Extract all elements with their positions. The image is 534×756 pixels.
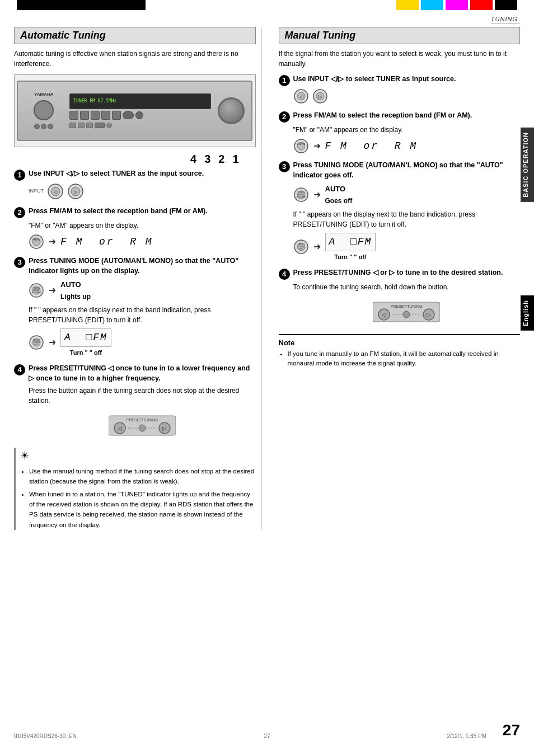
right-fmam-icon: FM/AM (293, 138, 309, 154)
fmam-icon: FM/AM (29, 234, 44, 250)
right-step-4-header: 4 Press PRESET/TUNING ◁ or ▷ to tune in … (279, 268, 521, 280)
note-box: Note If you tune in manually to an FM st… (279, 334, 521, 369)
preset-tuning-icon-left: PRESET /TUNING EDIT (29, 335, 44, 350)
tuning-label: TUNING (491, 16, 520, 24)
columns-container: Automatic Tuning Automatic tuning is eff… (14, 27, 520, 530)
basic-operation-sidebar: BASIC OPERATION (521, 128, 534, 202)
left-step-1-header: 1 Use INPUT ◁/▷ to select TUNER as the i… (14, 169, 256, 181)
color-cyan (421, 0, 443, 10)
right-step-3-header: 3 Press TUNING MODE (AUTO/MAN'L MONO) so… (279, 161, 521, 180)
right-step-num-3: 3 (279, 161, 290, 172)
device-num-1: 1 (232, 153, 238, 166)
left-step-3-header: 3 Press TUNING MODE (AUTO/MAN'L MONO) so… (14, 256, 256, 276)
left-band-display: A □FM (64, 332, 107, 343)
svg-point-53 (403, 311, 410, 318)
svg-text:PRESET/TUNING: PRESET/TUNING (391, 304, 423, 308)
right-step-2-desc: "FM" or "AM" appears on the display. (293, 125, 521, 135)
color-block-right (396, 0, 517, 10)
english-sidebar: English (521, 295, 534, 331)
page-number: 27 (503, 721, 520, 739)
receiver-device: YAMAHA TUNER FM 87.5MHz (17, 81, 252, 142)
ctrl-btn-3 (91, 111, 100, 120)
arrow-icon-2: ➜ (49, 284, 56, 297)
svg-text:▷: ▷ (162, 425, 167, 431)
svg-text:FM/AM: FM/AM (32, 238, 41, 241)
auto-text: AUTO (60, 279, 91, 290)
preset-tuning-large-icon: PRESET/TUNING ◁ ▷ (109, 410, 176, 441)
right-section-desc: If the signal from the station you want … (279, 49, 521, 69)
svg-text:▷: ▷ (318, 94, 322, 100)
note-title: Note (279, 339, 521, 347)
left-step-3-icons: TUNING MODE AUTO/MAN ➜ AUTO Lights up (29, 279, 256, 302)
left-section-title: Automatic Tuning (14, 27, 256, 44)
color-magenta (446, 0, 468, 10)
left-preset-tuning-img-wrapper: PRESET/TUNING ◁ ▷ (29, 410, 256, 441)
step-num-1: 1 (14, 170, 25, 181)
left-step-2: 2 Press FM/AM to select the reception ba… (14, 206, 256, 250)
device-image: YAMAHA TUNER FM 87.5MHz (14, 74, 256, 147)
left-step-4-desc: Press the button again if the tuning sea… (29, 386, 256, 406)
left-step-1-icons: INPUT ◁ ▷ (29, 183, 256, 200)
tips-icon: ☀ (20, 448, 256, 464)
color-black (495, 0, 517, 10)
svg-text:◁: ◁ (299, 94, 303, 100)
color-red (470, 0, 493, 10)
footer-left: 0105V420RDS26-30_EN (14, 733, 77, 739)
footer-right-time: 2/12/1, 1:35 PM (447, 733, 486, 739)
left-step-3-text: Press TUNING MODE (AUTO/MAN'L MONO) so t… (29, 256, 256, 276)
footer-center: 27 (264, 733, 270, 739)
right-step-1-text: Use INPUT ◁/▷ to select TUNER as input s… (293, 74, 456, 84)
right-step-2-body: "FM" or "AM" appears on the display. FM/… (293, 125, 521, 154)
color-yellow (396, 0, 419, 10)
svg-text:PRESET/TUNING: PRESET/TUNING (126, 418, 158, 422)
left-step-2-header: 2 Press FM/AM to select the reception ba… (14, 206, 256, 218)
right-step-3: 3 Press TUNING MODE (AUTO/MAN'L MONO) so… (279, 161, 521, 261)
goes-off-text: Goes off (325, 196, 353, 206)
lights-up-text: Lights up (60, 292, 91, 302)
right-arrow-icon-2: ➜ (313, 188, 321, 201)
input-label: INPUT (29, 187, 44, 195)
right-auto-text: AUTO (325, 184, 353, 195)
receiver-left: YAMAHA (21, 92, 66, 129)
right-input-icon-2: ▷ (312, 88, 328, 104)
left-step-4-text: Press PRESET/TUNING ◁ once to tune in to… (29, 364, 256, 383)
tip-1: Use the manual tuning method if the tuni… (29, 466, 256, 487)
right-step-2-text: Press FM/AM to select the reception band… (293, 111, 472, 121)
step-num-3: 3 (14, 257, 25, 268)
left-step-4: 4 Press PRESET/TUNING ◁ once to tune in … (14, 364, 256, 441)
power-button (34, 100, 54, 120)
left-step-3-body: TUNING MODE AUTO/MAN ➜ AUTO Lights up If… (29, 279, 256, 357)
receiver-right (214, 97, 248, 124)
page-wrapper: TUNING Automatic Tuning Automatic tuning… (14, 16, 520, 739)
left-step-2-text: Press FM/AM to select the reception band… (29, 206, 208, 217)
right-step-4-text: Press PRESET/TUNING ◁ or ▷ to tune in to… (293, 268, 503, 278)
right-fm-display-block: A □FM Turn " " off (325, 233, 376, 262)
left-turn-off-label: Turn " " off (60, 348, 111, 358)
svg-point-26 (139, 425, 146, 431)
svg-text:EDIT: EDIT (35, 344, 39, 346)
svg-text:EDIT: EDIT (299, 248, 303, 250)
right-step-2-icons: FM/AM ➜ F M or R M (293, 138, 521, 154)
color-block-left (17, 0, 146, 10)
right-step-1-header: 1 Use INPUT ◁/▷ to select TUNER as input… (279, 74, 521, 86)
right-arrow-icon-1: ➜ (313, 139, 321, 153)
auto-indicator-block: AUTO Lights up (60, 279, 91, 302)
left-step-2-icons: FM/AM ➜ F M or R M (29, 234, 256, 250)
right-tuning-mode-icon: TUNING MODE AUTO/MAN (293, 187, 309, 203)
svg-text:◁: ◁ (54, 190, 58, 195)
receiver-display: TUNER FM 87.5MHz (69, 93, 211, 109)
device-numbers: 4 3 2 1 (14, 153, 256, 166)
svg-text:▷: ▷ (74, 190, 78, 195)
left-step-3: 3 Press TUNING MODE (AUTO/MAN'L MONO) so… (14, 256, 256, 357)
left-step-1-body: INPUT ◁ ▷ (29, 183, 256, 200)
arrow-icon-1: ➜ (49, 235, 56, 248)
right-step-4-body: To continue the tuning search, hold down… (293, 282, 521, 327)
right-step-1: 1 Use INPUT ◁/▷ to select TUNER as input… (279, 74, 521, 104)
tuning-mode-icon: TUNING MODE AUTO/MAN (29, 283, 44, 298)
right-step-3-body: TUNING MODE AUTO/MAN ➜ AUTO Goes off If … (293, 184, 521, 261)
device-num-3: 3 (204, 153, 210, 166)
right-column: Manual Tuning If the signal from the sta… (273, 27, 521, 530)
right-auto-indicator-block: AUTO Goes off (325, 184, 353, 206)
step-num-2: 2 (14, 207, 25, 218)
ctrl-btn-4 (101, 111, 110, 120)
